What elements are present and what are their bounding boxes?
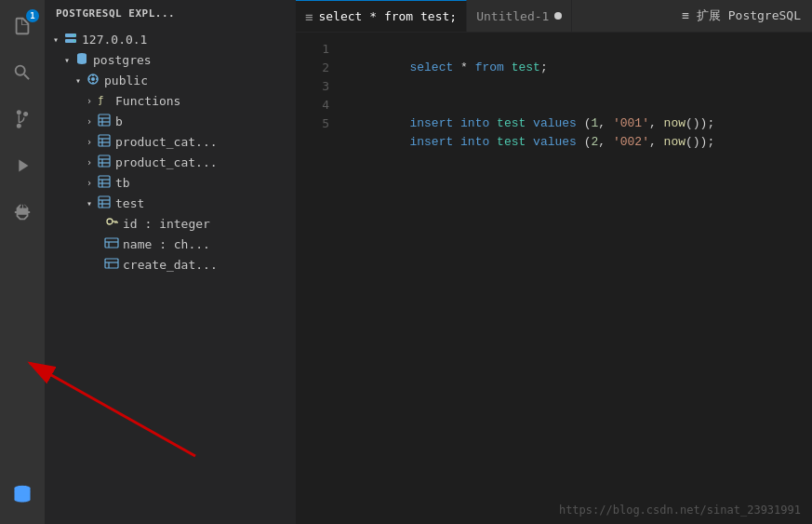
tab-dirty-indicator [554,12,562,20]
tab-untitled[interactable]: Untitled-1 [467,0,572,32]
line-numbers: 1 2 3 4 5 [296,33,337,524]
kw-from: from [475,60,504,74]
svg-point-6 [73,34,75,36]
extensions-icon[interactable] [0,190,45,235]
kw-select: select [409,60,453,74]
kw-insert-2: insert [409,135,453,149]
tab-right-label: ≡ 扩展 PostgreSQL [671,0,812,32]
tab-label-select: select * from test; [318,9,457,23]
svg-rect-40 [105,238,118,248]
editor-content[interactable]: 1 2 3 4 5 select * from test; insert int… [296,33,812,524]
tree-label-server: 127.0.0.1 [82,33,147,47]
search-icon[interactable] [0,50,45,95]
tree-label-test: test [115,196,144,210]
tbl-test-3: test [497,135,526,149]
tree-container: ▾ 127.0.0.1 ▾ postgres ▾ public [45,27,296,524]
svg-point-10 [91,77,95,81]
tree-label-product-cat-1: product_cat... [115,135,218,149]
key-icon [104,215,119,233]
svg-point-36 [107,219,113,224]
kw-values-2: values [533,135,577,149]
tree-label-public: public [104,74,148,87]
svg-point-7 [73,40,75,42]
database-icon[interactable] [0,472,45,517]
schema-icon [86,72,100,89]
tree-item-name[interactable]: name : ch... [45,234,296,254]
watermark: https://blog.csdn.net/sinat_23931991 [559,504,801,517]
tree-label-product-cat-2: product_cat... [115,155,218,169]
database-node-icon [74,51,89,69]
tree-label-postgres: postgres [93,53,152,67]
svg-rect-32 [99,196,110,208]
tab-icon-select: ≡ [305,9,313,24]
tbl-test-1: test [512,60,540,74]
svg-rect-24 [99,155,110,167]
column-name-icon [104,235,119,253]
code-line-1: select * from test; [352,40,812,59]
source-control-icon[interactable] [0,97,45,141]
functions-icon: ƒ [97,92,112,110]
sym-semi-1: ; [540,60,548,74]
svg-rect-43 [105,259,118,268]
extend-pg-label: ≡ 扩展 PostgreSQL [682,7,801,24]
line-num-4: 4 [296,96,329,114]
table-product-cat-2-icon [97,154,112,171]
tree-item-postgres[interactable]: ▾ postgres [45,49,296,70]
tree-item-product-cat-1[interactable]: › product_cat... [45,131,296,152]
tab-bar: ≡ select * from test; Untitled-1 ≡ 扩展 Po… [296,0,812,33]
editor-area: ≡ select * from test; Untitled-1 ≡ 扩展 Po… [296,0,812,524]
tree-arrow-b: › [82,116,97,127]
tree-item-product-cat-2[interactable]: › product_cat... [45,152,296,172]
tree-item-create-dat[interactable]: create_dat... [45,254,296,275]
val-002: '002' [613,135,649,149]
sym-star: * [460,60,468,74]
code-line-3 [352,77,812,96]
tree-label-name: name : ch... [123,237,210,251]
tbl-test-2: test [497,116,526,130]
tree-arrow-product-cat-1: › [82,137,97,147]
tree-item-functions[interactable]: › ƒ Functions [45,90,296,111]
tree-item-b[interactable]: › b [45,111,296,131]
svg-rect-28 [99,176,110,187]
activity-bar [0,0,45,524]
tree-label-tb: tb [115,176,130,190]
table-test-icon [97,195,112,212]
table-tb-icon [97,174,112,192]
svg-rect-16 [99,114,110,126]
svg-point-0 [18,111,21,114]
tree-label-create-dat: create_dat... [123,258,218,272]
tree-arrow-tb: › [82,178,97,188]
line-num-2: 2 [296,59,329,77]
tab-label-untitled: Untitled-1 [476,9,549,23]
line-num-5: 5 [296,114,329,133]
tab-select[interactable]: ≡ select * from test; [296,0,467,32]
tree-label-id: id : integer [123,217,210,231]
code-area[interactable]: select * from test; insert into test val… [337,33,812,524]
code-line-4: insert into test values (1, '001', now()… [352,96,812,114]
tree-arrow-test: ▾ [82,198,97,208]
tree-label-functions: Functions [115,94,180,108]
line-num-3: 3 [296,77,329,96]
line-num-1: 1 [296,40,329,59]
tree-item-id[interactable]: id : integer [45,213,296,234]
server-icon [63,31,78,48]
tree-item-public[interactable]: ▾ public [45,70,296,90]
tree-arrow-functions: › [82,96,97,106]
kw-into-1: into [460,116,489,130]
tree-arrow-product-cat-2: › [82,157,97,168]
kw-values-1: values [533,116,577,130]
svg-point-1 [18,125,21,128]
fn-now-1: now [664,116,686,130]
fn-now-2: now [664,135,686,149]
run-debug-icon[interactable] [0,143,45,188]
tree-arrow-server: ▾ [48,34,63,45]
sidebar-title: POSTGRESQL EXPL... [45,0,296,27]
kw-insert-1: insert [409,116,453,130]
tree-item-tb[interactable]: › tb [45,172,296,193]
val-001: '001' [613,116,649,130]
svg-rect-20 [99,135,110,146]
tree-item-test[interactable]: ▾ test [45,193,296,213]
table-b-icon [97,113,112,130]
tree-item-server[interactable]: ▾ 127.0.0.1 [45,29,296,49]
files-icon[interactable] [0,4,45,48]
